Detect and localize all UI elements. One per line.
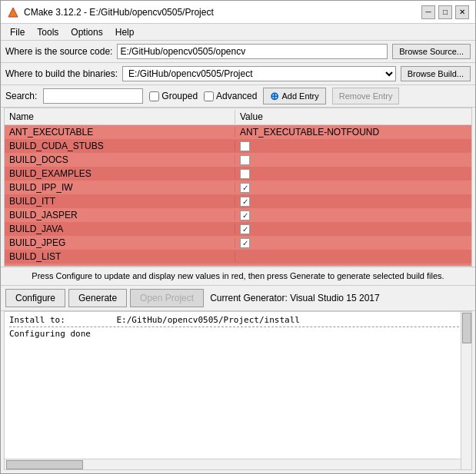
cell-checkbox[interactable] [240,183,250,193]
log-h-thumb[interactable] [6,460,83,469]
table-row[interactable]: BUILD_LIST [5,250,471,264]
source-row: Where is the source code: Browse Source.… [1,41,475,63]
menu-help[interactable]: Help [109,25,141,39]
cell-value: ANT_EXECUTABLE-NOTFOUND [235,127,471,138]
table-row[interactable]: BUILD_OPENEXR [5,264,471,266]
log-scrollbar-vertical[interactable] [461,312,471,469]
cell-checkbox[interactable] [240,141,250,151]
table-row[interactable]: BUILD_JAVA [5,222,471,236]
cell-name: BUILD_LIST [5,251,235,262]
cell-checkbox[interactable] [240,197,250,207]
log-content: Install to: E:/GitHub/opencv0505/Project… [5,312,471,342]
table-row[interactable]: BUILD_EXAMPLES [5,167,471,181]
minimize-button[interactable]: ─ [421,5,435,19]
cell-value [235,169,471,179]
source-input[interactable] [117,44,388,59]
cell-name: ANT_EXECUTABLE [5,127,235,138]
log-install-row: Install to: E:/GitHub/opencv0505/Project… [9,315,467,325]
bottom-toolbar: Configure Generate Open Project Current … [1,286,475,311]
cell-value [235,224,471,234]
cell-value [235,155,471,165]
cell-name: BUILD_JPEG [5,237,235,248]
table-row[interactable]: BUILD_CUDA_STUBS [5,139,471,153]
cell-checkbox[interactable] [240,210,250,220]
browse-build-button[interactable]: Browse Build... [401,66,471,81]
log-scrollbar-horizontal[interactable] [5,459,461,469]
header-name: Name [5,110,235,124]
table-header: Name Value [5,108,471,125]
cell-name: BUILD_CUDA_STUBS [5,141,235,151]
search-input[interactable] [43,88,143,104]
generator-label: Current Generator: Visual Studio 15 2017 [210,293,380,303]
cell-value [235,197,471,207]
grouped-checkbox-label[interactable]: Grouped [149,91,198,101]
cell-value [235,210,471,220]
cell-checkbox[interactable] [240,238,250,248]
plus-icon: ⊕ [270,90,279,102]
remove-entry-button[interactable]: Remove Entry [332,88,400,104]
table-row[interactable]: BUILD_ITT [5,194,471,208]
advanced-checkbox-label[interactable]: Advanced [204,91,257,101]
main-window: CMake 3.12.2 - E:/GitHub/opencv0505/Proj… [0,0,476,474]
svg-marker-0 [8,8,18,17]
menu-file[interactable]: File [4,25,31,39]
cell-value [235,141,471,151]
menu-tools[interactable]: Tools [31,25,65,39]
title-controls: ─ □ ✕ [421,5,469,19]
search-row: Search: Grouped Advanced ⊕ Add Entry Rem… [1,85,475,108]
cell-checkbox[interactable] [240,169,250,179]
log-divider [9,326,467,327]
cell-value [235,183,471,193]
table-row[interactable]: BUILD_IPP_IW [5,181,471,194]
add-entry-button[interactable]: ⊕ Add Entry [263,88,325,104]
cell-name: BUILD_JAVA [5,224,235,234]
browse-source-button[interactable]: Browse Source... [392,44,471,59]
cell-checkbox[interactable] [240,155,250,165]
configure-button[interactable]: Configure [5,289,65,307]
generate-button[interactable]: Generate [68,289,127,307]
cell-name: BUILD_JASPER [5,210,235,220]
header-value: Value [235,110,471,124]
cell-value [235,238,471,248]
search-label: Search: [5,91,37,101]
app-icon [7,6,19,18]
title-bar: CMake 3.12.2 - E:/GitHub/opencv0505/Proj… [1,1,475,24]
table-body[interactable]: ANT_EXECUTABLEANT_EXECUTABLE-NOTFOUNDBUI… [5,125,471,266]
table-row[interactable]: BUILD_DOCS [5,153,471,167]
advanced-checkbox[interactable] [204,91,214,101]
title-text: CMake 3.12.2 - E:/GitHub/opencv0505/Proj… [24,7,214,18]
cell-name: BUILD_IPP_IW [5,182,235,193]
close-button[interactable]: ✕ [455,5,469,19]
log-scrollbar-thumb[interactable] [462,313,471,343]
grouped-checkbox[interactable] [149,91,159,101]
cmake-table: Name Value ANT_EXECUTABLEANT_EXECUTABLE-… [4,108,472,267]
build-row: Where to build the binaries: E:/GitHub/o… [1,63,475,85]
build-label: Where to build the binaries: [5,68,118,79]
menu-bar: File Tools Options Help [1,24,475,41]
table-row[interactable]: BUILD_JPEG [5,236,471,250]
cell-name: BUILD_OPENEXR [5,265,235,266]
status-bar: Press Configure to update and display ne… [1,267,475,286]
open-project-button[interactable]: Open Project [130,289,204,307]
maximize-button[interactable]: □ [438,5,452,19]
table-row[interactable]: BUILD_JASPER [5,208,471,222]
cell-checkbox[interactable] [240,224,250,234]
table-row[interactable]: ANT_EXECUTABLEANT_EXECUTABLE-NOTFOUND [5,125,471,139]
cell-name: BUILD_DOCS [5,154,235,165]
build-input[interactable]: E:/GitHub/opencv0505/Project [122,66,396,81]
menu-options[interactable]: Options [65,25,108,39]
title-bar-left: CMake 3.12.2 - E:/GitHub/opencv0505/Proj… [7,6,214,18]
log-done: Configuring done [9,329,467,339]
source-label: Where is the source code: [5,46,112,57]
log-container: Install to: E:/GitHub/opencv0505/Project… [4,311,472,470]
cell-name: BUILD_ITT [5,196,235,207]
cell-name: BUILD_EXAMPLES [5,168,235,179]
